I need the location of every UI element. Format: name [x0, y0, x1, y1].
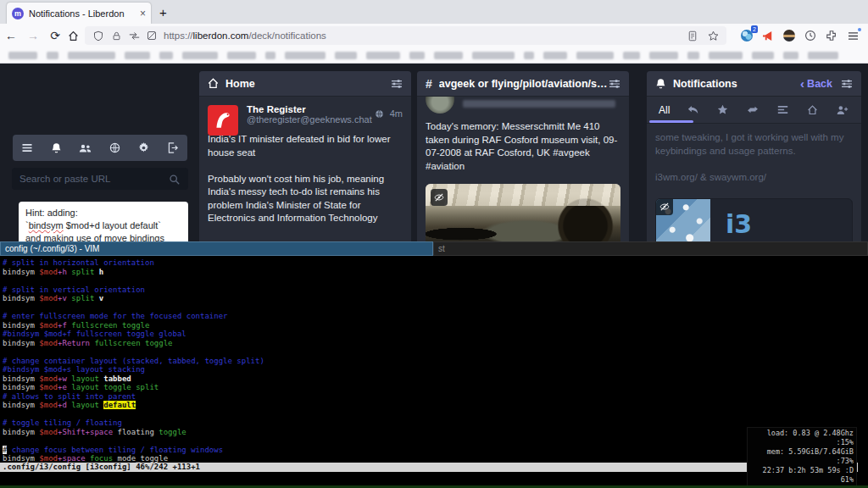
forward-button[interactable]: →: [22, 29, 44, 42]
notifications-column-title: Notifications: [673, 78, 800, 90]
censored-bookmark[interactable]: [409, 52, 425, 59]
column-settings-icon[interactable]: [391, 79, 403, 89]
censored-bookmark[interactable]: [285, 52, 326, 59]
censored-bookmark[interactable]: [649, 52, 678, 59]
hide-media-eye-off-icon[interactable]: [431, 189, 448, 206]
notification-post[interactable]: some tweaking, I got it working well wit…: [647, 124, 861, 191]
home-post[interactable]: The Register @theregister@geeknews.chat …: [199, 97, 411, 233]
censored-bookmark[interactable]: [335, 52, 357, 59]
unfocused-window-titlebar[interactable]: st: [433, 241, 868, 256]
hashtag-icon: #: [426, 77, 432, 91]
app-menu-icon[interactable]: [846, 29, 860, 42]
reader-notes-icon[interactable]: [686, 29, 699, 42]
extension-badge: 2: [751, 25, 758, 33]
cookie-clock-icon[interactable]: [804, 29, 817, 42]
censored-bookmark[interactable]: [543, 52, 567, 59]
column-settings-icon[interactable]: [609, 79, 620, 89]
censored-bookmark[interactable]: [434, 52, 463, 59]
the-register-avatar[interactable]: [208, 105, 238, 136]
reload-button[interactable]: ⟳: [44, 29, 66, 42]
terminal-window[interactable]: # split in horizontal orientationbindsym…: [0, 256, 868, 488]
home-column-header[interactable]: Home: [199, 71, 411, 97]
censored-bookmark[interactable]: [687, 52, 699, 59]
censored-bookmark[interactable]: [752, 52, 774, 59]
back-button[interactable]: ←: [0, 29, 22, 42]
avatar[interactable]: [426, 97, 454, 114]
extension-globe-icon[interactable]: 2: [740, 29, 754, 42]
filter-tab-mentions-reply-icon[interactable]: [687, 103, 700, 117]
browser-tab[interactable]: m Notifications - Liberdon ×: [7, 3, 151, 24]
hashtag-post[interactable]: Today's memory: Messerschmitt Me 410 tak…: [417, 119, 629, 180]
censored-handle: [463, 100, 615, 108]
notifications-column-header[interactable]: Notifications ‹Back: [647, 71, 861, 97]
filter-tab-favourites-star-icon[interactable]: [716, 103, 730, 117]
censored-bookmark[interactable]: [623, 52, 640, 59]
vim-statusline: .config/i3/config [i3config] 46%/242 +11…: [0, 463, 858, 472]
censored-bookmark[interactable]: [709, 52, 743, 59]
filter-tab-polls-icon[interactable]: [776, 103, 789, 117]
useragent-spy-icon[interactable]: [782, 29, 796, 42]
permissions-icon[interactable]: [127, 29, 141, 42]
tab-close-icon[interactable]: ×: [140, 8, 146, 19]
post-time: 4m: [390, 108, 403, 119]
browser-toolbar: ← → ⟳ https://liberdon.com/deck/notifica…: [0, 24, 868, 47]
hide-media-eye-off-icon[interactable]: [656, 198, 673, 215]
censored-bookmark[interactable]: [783, 52, 798, 59]
bookmark-star-icon[interactable]: [706, 29, 720, 42]
compose-box[interactable]: Hint: adding:`bindsym $mod+d layout defa…: [19, 202, 188, 241]
home-column: Home The Register @theregister@geeknews.…: [199, 71, 411, 241]
blocked-content-icon[interactable]: [145, 29, 159, 42]
hangar-roof: [426, 184, 620, 206]
censored-bookmark[interactable]: [366, 52, 400, 59]
censored-bookmark[interactable]: [68, 52, 115, 59]
drawer-column: Search or paste URL Hint: adding:`bindsy…: [7, 135, 193, 241]
censored-bookmark[interactable]: [524, 52, 534, 59]
aircraft-photo[interactable]: [426, 184, 620, 241]
bookmarks-bar[interactable]: [0, 47, 868, 64]
censored-bookmark[interactable]: [182, 52, 218, 59]
notification-filter-tabs: All: [647, 97, 861, 124]
card-title: i3: [726, 209, 752, 239]
url-text: https://liberdon.com/deck/notifications: [164, 30, 326, 41]
federated-globe-icon[interactable]: [108, 141, 121, 155]
drawer-nav: [13, 135, 187, 161]
tracking-shield-icon[interactable]: [92, 29, 105, 42]
back-link[interactable]: ‹Back: [800, 76, 832, 91]
focused-window-titlebar[interactable]: config (~/.config/i3) - VIM: [0, 241, 433, 256]
censored-bookmark[interactable]: [125, 52, 150, 59]
logout-icon[interactable]: [166, 141, 180, 155]
censored-bookmark[interactable]: [227, 52, 256, 59]
url-bar[interactable]: https://liberdon.com/deck/notifications: [85, 26, 726, 45]
censored-bookmark[interactable]: [472, 52, 515, 59]
back-chevron-icon: ‹: [800, 76, 804, 91]
notifications-bell-icon[interactable]: [49, 141, 63, 155]
settings-gear-icon[interactable]: [136, 141, 150, 155]
compose-textarea[interactable]: Hint: adding:`bindsym $mod+d layout defa…: [25, 207, 181, 241]
extensions-puzzle-icon[interactable]: [825, 29, 838, 42]
filter-tab-boosts-icon[interactable]: [746, 103, 760, 117]
bell-icon: [655, 78, 666, 89]
home-button[interactable]: [66, 29, 80, 42]
filter-tab-statuses-home-icon[interactable]: [806, 103, 820, 117]
search-placeholder: Search or paste URL: [19, 174, 167, 184]
notifications-column: Notifications ‹Back All: [647, 71, 861, 241]
search-input[interactable]: Search or paste URL: [12, 168, 188, 190]
censored-bookmark[interactable]: [265, 52, 275, 59]
local-timeline-users-icon[interactable]: [79, 141, 92, 155]
vim-buffer[interactable]: # split in horizontal orientationbindsym…: [3, 258, 264, 463]
hashtag-column: # avgeek or flying/pilot/aviation/soa… T…: [417, 71, 629, 241]
hashtag-column-header[interactable]: # avgeek or flying/pilot/aviation/soa…: [417, 71, 629, 97]
new-tab-button[interactable]: +: [159, 5, 167, 19]
lock-icon[interactable]: [109, 29, 123, 42]
censored-bookmark[interactable]: [576, 52, 614, 59]
censored-bookmark[interactable]: [47, 52, 58, 59]
filter-tab-all[interactable]: All: [659, 104, 670, 116]
filter-tab-follows-user-plus-icon[interactable]: [836, 103, 849, 117]
censored-bookmark[interactable]: [159, 52, 173, 59]
menu-icon[interactable]: [20, 141, 34, 155]
censored-bookmark[interactable]: [808, 52, 838, 59]
column-settings-icon[interactable]: [841, 79, 853, 89]
link-preview-card[interactable]: i3: [655, 198, 853, 241]
megaphone-adblock-icon[interactable]: [761, 29, 775, 42]
censored-bookmark[interactable]: [8, 52, 37, 59]
